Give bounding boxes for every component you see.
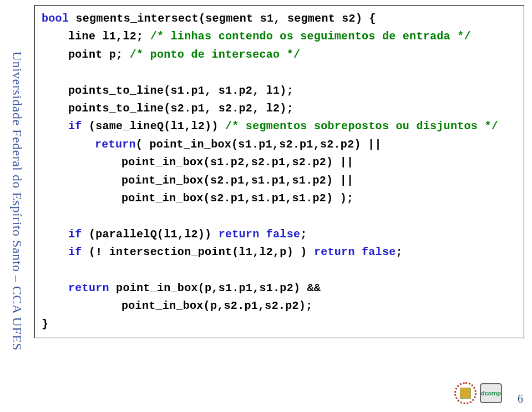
code-line: point_in_box(s1.p2,s2.p1,s2.p2) || [42,154,520,171]
code-line: point_in_box(s2.p1,s1.p1,s1.p2) || [42,172,520,190]
keyword-if: if [68,246,82,258]
code-line: if (parallelQ(l1,l2)) return false; [42,226,520,243]
code-line: return point_in_box(p,s1.p1,s1.p2) && [42,279,520,297]
code-line: if (! intersection_point(l1,l2,p) ) retu… [42,243,520,261]
comment: /* linhas contendo os seguimentos de ent… [150,30,471,43]
institution-sidebar: Universidade Federal do Espírito Santo –… [7,6,28,396]
blank-line [42,261,520,279]
code-line: } [42,316,520,333]
keyword-if: if [68,228,82,241]
page-number: 6 [518,393,523,405]
code-line: point p; /* ponto de intersecao */ [42,46,520,64]
code-line: if (same_lineQ(l1,l2)) /* segmentos sobr… [42,118,520,135]
keyword-return: return [95,138,136,151]
keyword-if: if [68,120,82,133]
keyword-return: return [68,282,109,294]
code-block: bool segments_intersect(segment s1, segm… [34,5,524,338]
code-line: return( point_in_box(s1.p1,s2.p1,s2.p2) … [42,136,520,154]
slide-page: Universidade Federal do Espírito Santo –… [0,0,532,412]
code-line: line l1,l2; /* linhas contendo os seguim… [42,28,520,45]
code-line: point_in_box(p,s2.p1,s2.p2); [42,297,520,315]
footer-logos: dcomp [454,382,502,404]
institution-text: Universidade Federal do Espírito Santo –… [10,52,25,351]
keyword-return-false: return false [314,246,396,258]
keyword-bool: bool [42,12,69,25]
code-line: bool segments_intersect(segment s1, segm… [42,10,520,28]
ufes-logo-icon [454,382,477,404]
blank-line [42,64,520,82]
comment: /* segmentos sobrepostos ou disjuntos */ [225,120,498,133]
code-line: points_to_line(s2.p1, s2.p2, l2); [42,100,520,118]
blank-line [42,207,520,225]
keyword-return-false: return false [219,228,301,241]
code-line: point_in_box(s2.p1,s1.p1,s1.p2) ); [42,190,520,207]
comment: /* ponto de intersecao */ [130,48,301,61]
dcomp-logo-icon: dcomp [480,383,502,403]
code-line: points_to_line(s1.p1, s1.p2, l1); [42,82,520,100]
